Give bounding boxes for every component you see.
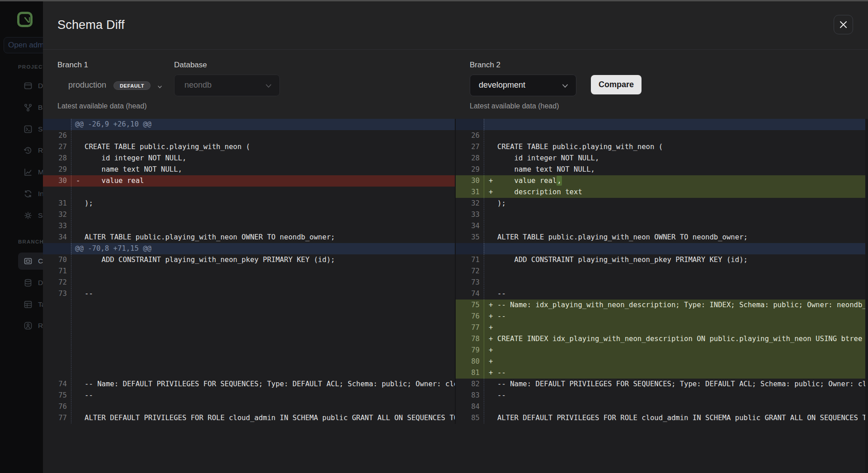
diff-row-right-80: 80+ <box>456 356 865 367</box>
diff-row-right-28: 28 id integer NOT NULL, <box>456 153 865 164</box>
line-number: 78 <box>456 333 480 345</box>
sidebar: Open admin PROJECTDashboardBranchesSQL E… <box>0 0 43 473</box>
diff-row-right-29: 29 name text NOT NULL, <box>456 164 865 175</box>
sidebar-section-branch: BRANCH <box>18 239 43 244</box>
diff-row-right-79: 79+ <box>456 345 865 356</box>
sidebar-section-project: PROJECT <box>18 64 43 70</box>
diff-row-right-34: 34 <box>456 220 865 232</box>
diff-row-left-hunk: @@ -26,9 +26,10 @@ <box>43 119 455 130</box>
branch1-note: Latest available data (head) <box>57 102 146 110</box>
diff-row-right-31: 31+ description text <box>456 187 865 198</box>
diff-row-right-73: 73 <box>456 277 865 288</box>
diff-row-right-75: 75+-- Name: idx_playing_with_neon_descri… <box>456 300 865 311</box>
line-number: 75 <box>456 300 480 311</box>
line-number: 34 <box>43 232 67 243</box>
chevron-down-icon <box>157 83 162 88</box>
diff-row-right-hunk <box>456 243 865 254</box>
code-line: -- Name: idx_playing_with_neon_descripti… <box>497 300 865 311</box>
sidebar-item-label: Roles <box>38 322 43 330</box>
gutter-divider <box>71 379 71 390</box>
code-line: description text <box>497 187 582 198</box>
gutter-divider <box>484 220 484 232</box>
gutter-divider <box>71 412 71 424</box>
line-number: 70 <box>43 254 67 266</box>
diff-row-left-26: 26 <box>43 130 455 141</box>
gutter-divider <box>484 198 484 209</box>
line-number: 33 <box>456 209 480 220</box>
close-icon <box>839 20 848 29</box>
code-line: CREATE TABLE public.playing_with_neon ( <box>85 141 250 153</box>
diff-row-left-27: 27CREATE TABLE public.playing_with_neon … <box>43 141 455 153</box>
gutter-divider <box>71 322 71 333</box>
diff-row-left-31: 31); <box>43 198 455 209</box>
code-line: ); <box>85 198 93 209</box>
gutter-divider <box>71 333 71 345</box>
sidebar-item-restore[interactable]: Restore <box>0 142 43 159</box>
modal-title: Schema Diff <box>57 18 125 32</box>
diff-row-left-76: 76 <box>43 401 455 412</box>
diff-pane-branch1: @@ -26,9 +26,10 @@2627CREATE TABLE publi… <box>43 119 455 473</box>
compare-button[interactable]: Compare <box>591 75 642 94</box>
sidebar-item-branches[interactable]: Branches <box>0 99 43 116</box>
code-line: -- <box>85 390 93 401</box>
line-number: 28 <box>456 153 480 164</box>
sidebar-item-sql-editor[interactable]: SQL Editor <box>0 121 43 138</box>
code-line: -- <box>497 390 506 401</box>
sidebar-item-integrations[interactable]: Integrations <box>0 185 43 202</box>
gutter-divider <box>484 164 484 175</box>
diff-row-left-29: 29 name text NOT NULL, <box>43 164 455 175</box>
code-line: ALTER TABLE public.playing_with_neon OWN… <box>85 232 335 243</box>
sidebar-item-label: SQL Editor <box>38 125 43 133</box>
gutter-divider <box>484 401 484 412</box>
close-button[interactable] <box>834 15 853 34</box>
open-admin-label: Open admin <box>8 41 43 50</box>
line-number: 27 <box>456 141 480 153</box>
branch2-note: Latest available data (head) <box>470 102 559 110</box>
sidebar-item-roles[interactable]: Roles <box>0 317 43 334</box>
diff-row-left-spacer <box>43 333 455 345</box>
diff-row-left-spacer <box>43 300 455 311</box>
sidebar-item-monitoring[interactable]: Monitoring <box>0 164 43 181</box>
sidebar-item-computes[interactable]: Computes <box>0 253 43 270</box>
sidebar-item-settings[interactable]: Settings <box>0 207 43 224</box>
hunk-header: @@ -26,9 +26,10 @@ <box>75 119 151 130</box>
diff-row-left-72: 72 <box>43 277 455 288</box>
diff-row-left-30: 30- value real <box>43 175 455 187</box>
word-diff-highlight: , <box>557 176 561 186</box>
neon-logo[interactable] <box>17 12 33 27</box>
sidebar-item-tables[interactable]: Tables <box>0 296 43 313</box>
branch1-select[interactable]: production DEFAULT <box>57 75 170 96</box>
diff-row-right-82: 82-- Name: DEFAULT PRIVILEGES FOR SEQUEN… <box>456 379 865 390</box>
database-select[interactable]: neondb <box>174 75 280 96</box>
diff-row-right-74: 74-- <box>456 288 865 300</box>
diff-row-right-27: 27CREATE TABLE public.playing_with_neon … <box>456 141 865 153</box>
sidebar-item-label: Dashboard <box>38 82 43 90</box>
diff-row-left-33: 33 <box>43 220 455 232</box>
sidebar-item-dashboard[interactable]: Dashboard <box>0 77 43 94</box>
line-number: 84 <box>456 401 480 412</box>
line-number: 31 <box>456 187 480 198</box>
diff-row-right-hunk <box>456 119 865 130</box>
schema-diff-modal: Schema Diff Branch 1 Database Branch 2 p… <box>43 0 868 473</box>
header-divider <box>43 49 868 50</box>
chevron-down-icon <box>265 82 272 89</box>
line-number: 32 <box>456 198 480 209</box>
line-number: 77 <box>456 322 480 333</box>
line-number: 80 <box>456 356 480 367</box>
integrations-icon <box>24 189 33 198</box>
monitoring-icon <box>24 168 33 177</box>
schema-diff-view: @@ -26,9 +26,10 @@2627CREATE TABLE publi… <box>43 119 868 473</box>
databases-icon <box>24 278 33 287</box>
sidebar-item-databases[interactable]: Databases <box>0 274 43 291</box>
window-top-strip <box>0 0 868 1</box>
line-number: 72 <box>43 277 67 288</box>
gutter-divider <box>484 209 484 220</box>
open-admin-button[interactable]: Open admin <box>4 37 43 53</box>
code-line: CREATE INDEX idx_playing_with_neon_descr… <box>497 333 865 345</box>
scrollbar-gutter[interactable] <box>865 119 868 473</box>
branch2-select[interactable]: development <box>470 75 576 96</box>
gutter-divider <box>484 322 484 333</box>
gutter-divider <box>484 254 484 266</box>
code-line: value real, <box>497 175 562 187</box>
diff-row-left-28: 28 id integer NOT NULL, <box>43 153 455 164</box>
